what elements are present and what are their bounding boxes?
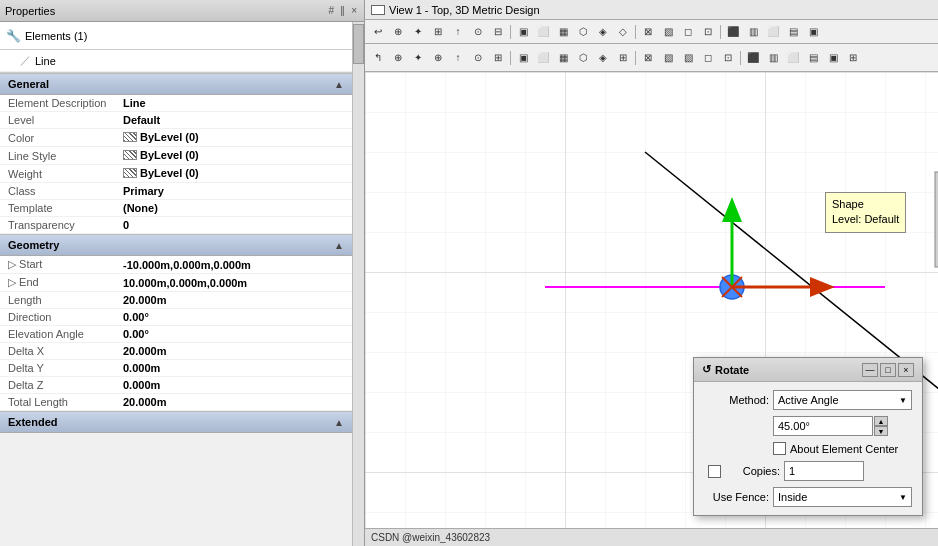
toolbar-btn-20[interactable]: ⬜	[764, 23, 782, 41]
about-element-checkbox[interactable]	[773, 442, 786, 455]
tb2-btn-22[interactable]: ▤	[804, 49, 822, 67]
dialog-title-buttons: — □ ×	[862, 363, 914, 377]
tb2-btn-21[interactable]: ⬜	[784, 49, 802, 67]
toolbar-btn-11[interactable]: ⬡	[574, 23, 592, 41]
prop-value: 0.000m	[115, 377, 352, 394]
tb2-btn-8[interactable]: ▣	[514, 49, 532, 67]
fence-value: Inside	[778, 491, 807, 503]
table-row: Weight ByLevel (0)	[0, 165, 352, 183]
toolbar-btn-17[interactable]: ⊡	[699, 23, 717, 41]
toolbar-btn-14[interactable]: ⊠	[639, 23, 657, 41]
tb2-btn-18[interactable]: ⊡	[719, 49, 737, 67]
dialog-maximize-button[interactable]: □	[880, 363, 896, 377]
angle-input[interactable]	[773, 416, 873, 436]
close-button[interactable]: ×	[349, 5, 359, 16]
toolbar-btn-12[interactable]: ◈	[594, 23, 612, 41]
tb2-btn-11[interactable]: ⬡	[574, 49, 592, 67]
tb2-btn-9[interactable]: ⬜	[534, 49, 552, 67]
status-bar: CSDN @weixin_43602823	[365, 528, 938, 546]
copies-input[interactable]	[784, 461, 864, 481]
scroll-thumb[interactable]	[353, 24, 364, 64]
view-title: View 1 - Top, 3D Metric Design	[389, 4, 540, 16]
tb2-btn-5[interactable]: ↑	[449, 49, 467, 67]
copies-row: Copies:	[704, 461, 912, 481]
toolbar-btn-8[interactable]: ▣	[514, 23, 532, 41]
tb2-btn-15[interactable]: ▧	[659, 49, 677, 67]
toolbar-btn-13[interactable]: ◇	[614, 23, 632, 41]
linestyle-swatch	[123, 150, 137, 160]
toolbar-btn-9[interactable]: ⬜	[534, 23, 552, 41]
toolbar-btn-4[interactable]: ⊞	[429, 23, 447, 41]
table-row: Class Primary	[0, 183, 352, 200]
toolbar-btn-1[interactable]: ↩	[369, 23, 387, 41]
canvas-area[interactable]: ↺ Shape Level: Default	[365, 72, 938, 546]
toolbar-btn-2[interactable]: ⊕	[389, 23, 407, 41]
prop-key: Direction	[0, 309, 115, 326]
pin-button[interactable]: #	[327, 5, 337, 16]
geometry-section-header[interactable]: Geometry ▲	[0, 234, 352, 256]
dialog-minimize-button[interactable]: —	[862, 363, 878, 377]
tb2-btn-7[interactable]: ⊞	[489, 49, 507, 67]
prop-value: 20.000m	[115, 343, 352, 360]
tb2-btn-10[interactable]: ▦	[554, 49, 572, 67]
properties-panel: Properties # ‖ × 🔧 Elements (1) ／ Line G…	[0, 0, 365, 546]
toolbar-btn-21[interactable]: ▤	[784, 23, 802, 41]
toolbar-btn-15[interactable]: ▧	[659, 23, 677, 41]
tb2-btn-20[interactable]: ▥	[764, 49, 782, 67]
prop-key: Delta Y	[0, 360, 115, 377]
tb2-btn-14[interactable]: ⊠	[639, 49, 657, 67]
toolbar-btn-22[interactable]: ▣	[804, 23, 822, 41]
method-dropdown[interactable]: Active Angle ▼	[773, 390, 912, 410]
tb2-btn-12[interactable]: ◈	[594, 49, 612, 67]
extended-label: Extended	[8, 416, 58, 428]
about-element-row: About Element Center	[773, 442, 912, 455]
panel-scrollbar[interactable]	[352, 22, 364, 546]
angle-spin-up[interactable]: ▲	[874, 416, 888, 426]
line-item[interactable]: ／ Line	[0, 50, 352, 72]
general-section-header[interactable]: General ▲	[0, 73, 352, 95]
dialog-body: Method: Active Angle ▼ ▲ ▼	[694, 382, 922, 515]
tb2-btn-23[interactable]: ▣	[824, 49, 842, 67]
prop-key: Weight	[0, 165, 115, 183]
tb2-btn-2[interactable]: ⊕	[389, 49, 407, 67]
dialog-title-text: Rotate	[715, 364, 749, 376]
prop-value: ByLevel (0)	[115, 129, 352, 147]
dialog-close-button[interactable]: ×	[898, 363, 914, 377]
toolbar-btn-3[interactable]: ✦	[409, 23, 427, 41]
prop-key: Line Style	[0, 147, 115, 165]
toolbar-btn-19[interactable]: ▥	[744, 23, 762, 41]
tb2-btn-16[interactable]: ▧	[679, 49, 697, 67]
table-row: Total Length 20.000m	[0, 394, 352, 411]
table-row: Color ByLevel (0)	[0, 129, 352, 147]
angle-row: ▲ ▼	[773, 416, 912, 436]
dock-button[interactable]: ‖	[338, 5, 347, 16]
prop-value: (None)	[115, 200, 352, 217]
table-row: Line Style ByLevel (0)	[0, 147, 352, 165]
toolbar-btn-5[interactable]: ↑	[449, 23, 467, 41]
view-titlebar: View 1 - Top, 3D Metric Design	[365, 0, 938, 20]
tb2-btn-6[interactable]: ⊙	[469, 49, 487, 67]
prop-value: ByLevel (0)	[115, 147, 352, 165]
toolbar-btn-16[interactable]: ◻	[679, 23, 697, 41]
tb2-btn-4[interactable]: ⊕	[429, 49, 447, 67]
tb2-btn-19[interactable]: ⬛	[744, 49, 762, 67]
elements-label: Elements (1)	[25, 30, 87, 42]
general-properties-table: Element Description Line Level Default C…	[0, 95, 352, 234]
angle-spin-down[interactable]: ▼	[874, 426, 888, 436]
tb2-btn-17[interactable]: ◻	[699, 49, 717, 67]
line-label: Line	[35, 55, 56, 67]
prop-value: 0.00°	[115, 326, 352, 343]
tb2-sep-3	[740, 51, 741, 65]
elements-icon: 🔧	[6, 29, 21, 43]
tb2-btn-13[interactable]: ⊞	[614, 49, 632, 67]
toolbar-btn-7[interactable]: ⊟	[489, 23, 507, 41]
tb2-btn-1[interactable]: ↰	[369, 49, 387, 67]
toolbar-btn-6[interactable]: ⊙	[469, 23, 487, 41]
fence-dropdown[interactable]: Inside ▼	[773, 487, 912, 507]
toolbar-btn-18[interactable]: ⬛	[724, 23, 742, 41]
copies-checkbox[interactable]	[708, 465, 721, 478]
extended-section-header[interactable]: Extended ▲	[0, 411, 352, 433]
tb2-btn-3[interactable]: ✦	[409, 49, 427, 67]
tb2-btn-24[interactable]: ⊞	[844, 49, 862, 67]
toolbar-btn-10[interactable]: ▦	[554, 23, 572, 41]
